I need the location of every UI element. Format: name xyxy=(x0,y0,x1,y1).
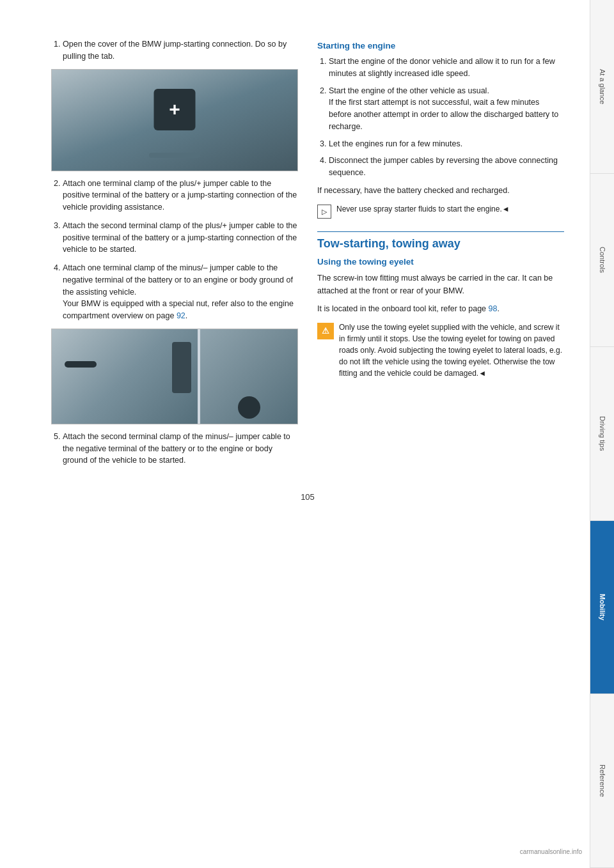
towing-para-1: The screw-in tow fitting must always be … xyxy=(317,272,564,297)
warning-box: ⚠ Only use the towing eyelet supplied wi… xyxy=(317,322,564,379)
starting-engine-heading: Starting the engine xyxy=(317,41,564,50)
image-jump-start-cables xyxy=(51,329,298,424)
step-5: Attach the second terminal clamp of the … xyxy=(63,431,298,467)
sidebar-tab-label-driving-tips: Driving tips xyxy=(599,416,606,451)
image-second-inner xyxy=(52,329,297,424)
sidebar-tab-at-a-glance[interactable]: At a glance xyxy=(590,0,614,174)
step-3-text: Attach the second terminal clamp of the … xyxy=(63,221,297,254)
page-92-link[interactable]: 92 xyxy=(177,311,185,320)
image-jump-start-cover: + W30CWK10495 xyxy=(51,69,298,171)
page-container: Open the cover of the BMW jump-starting … xyxy=(0,0,614,868)
left-steps-list-3: Attach the second terminal clamp of the … xyxy=(51,431,298,467)
left-steps-list: Open the cover of the BMW jump-starting … xyxy=(51,38,298,63)
warning-text: Only use the towing eyelet supplied with… xyxy=(339,322,564,379)
step-4: Attach one terminal clamp of the minus/–… xyxy=(63,262,298,322)
starting-step-3: Let the engines run for a few minutes. xyxy=(329,138,564,150)
page-number: 105 xyxy=(51,492,564,502)
right-column: Starting the engine Start the engine of … xyxy=(317,38,564,473)
towing-para-2-text: It is located in the onboard tool kit, r… xyxy=(317,304,500,313)
step-1: Open the cover of the BMW jump-starting … xyxy=(63,38,298,63)
starting-step-4-text: Disconnect the jumper cables by reversin… xyxy=(329,156,558,177)
left-steps-list-2: Attach one terminal clamp of the plus/+ … xyxy=(51,178,298,322)
footer-logo: carmanualsonline.info xyxy=(520,848,582,855)
starting-step-4: Disconnect the jumper cables by reversin… xyxy=(329,155,564,179)
step-3: Attach the second terminal clamp of the … xyxy=(63,220,298,256)
bolt-shape xyxy=(238,396,260,419)
starting-step-1-text: Start the engine of the donor vehicle an… xyxy=(329,57,555,78)
caution-text: Never use spray starter fluids to start … xyxy=(336,203,510,215)
left-column: Open the cover of the BMW jump-starting … xyxy=(51,38,298,473)
step-4-text: Attach one terminal clamp of the minus/–… xyxy=(63,263,294,320)
sidebar-tab-label-at-a-glance: At a glance xyxy=(599,69,606,104)
towing-eyelet-heading: Using the towing eyelet xyxy=(317,257,564,267)
starting-step-2-text: Start the engine of the other vehicle as… xyxy=(329,86,558,131)
towing-para-2: It is located in the onboard tool kit, r… xyxy=(317,302,564,315)
starting-steps-list: Start the engine of the donor vehicle an… xyxy=(317,56,564,179)
sidebar-tab-label-reference: Reference xyxy=(599,764,606,797)
sidebar-tab-label-controls: Controls xyxy=(599,247,606,273)
starting-step-1: Start the engine of the donor vehicle an… xyxy=(329,56,564,80)
sidebar-tab-mobility[interactable]: Mobility xyxy=(590,521,614,695)
step-2-text: Attach one terminal clamp of the plus/+ … xyxy=(63,179,297,212)
warning-icon: ⚠ xyxy=(317,323,334,339)
tow-heading: Tow-starting, towing away xyxy=(317,231,564,251)
sidebar-tab-reference[interactable]: Reference xyxy=(590,694,614,868)
two-col: Open the cover of the BMW jump-starting … xyxy=(51,38,564,473)
starting-step-3-text: Let the engines run for a few minutes. xyxy=(329,139,462,148)
step-2: Attach one terminal clamp of the plus/+ … xyxy=(63,178,298,213)
starting-step-2: Start the engine of the other vehicle as… xyxy=(329,85,564,133)
sidebar: At a glance Controls Driving tips Mobili… xyxy=(590,0,614,868)
sidebar-tab-label-mobility: Mobility xyxy=(599,594,606,621)
img-panel-right xyxy=(200,329,297,424)
sidebar-tab-driving-tips[interactable]: Driving tips xyxy=(590,347,614,521)
note-icon: ▷ xyxy=(317,205,331,219)
step-5-text: Attach the second terminal clamp of the … xyxy=(63,432,290,465)
sidebar-tab-controls[interactable]: Controls xyxy=(590,174,614,348)
main-content: Open the cover of the BMW jump-starting … xyxy=(0,0,590,868)
caution-box: ▷ Never use spray starter fluids to star… xyxy=(317,203,564,219)
img-panel-left xyxy=(52,329,198,424)
image-inner-1: + xyxy=(52,70,297,171)
step-1-text: Open the cover of the BMW jump-starting … xyxy=(63,40,287,61)
page-98-link[interactable]: 98 xyxy=(489,304,498,313)
after-steps-note: If necessary, have the battery checked a… xyxy=(317,184,564,197)
